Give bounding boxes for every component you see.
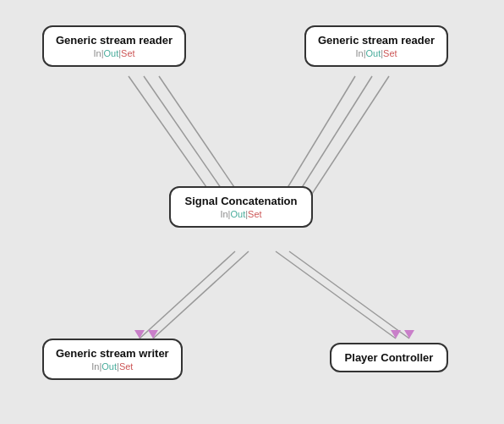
node-concat-ports: In|Out|Set: [183, 209, 299, 219]
svg-line-9: [289, 251, 409, 339]
node-writer[interactable]: Generic stream writer In|Out|Set: [42, 339, 183, 380]
svg-marker-16: [134, 330, 145, 339]
node-reader2[interactable]: Generic stream reader In|Out|Set: [304, 25, 448, 67]
node-player[interactable]: Player Controller: [330, 343, 448, 372]
svg-marker-17: [148, 330, 158, 339]
canvas: Generic stream reader In|Out|Set Generic…: [0, 0, 504, 424]
svg-marker-18: [391, 330, 401, 339]
node-reader2-title: Generic stream reader: [318, 34, 435, 47]
node-concat-title: Signal Concatenation: [183, 195, 299, 207]
node-reader2-ports: In|Out|Set: [318, 48, 435, 58]
svg-marker-19: [404, 330, 414, 339]
svg-line-7: [153, 251, 249, 339]
node-writer-ports: In|Out|Set: [56, 361, 169, 372]
node-reader1[interactable]: Generic stream reader In|Out|Set: [42, 25, 186, 67]
node-concat[interactable]: Signal Concatenation In|Out|Set: [169, 186, 313, 228]
node-reader1-title: Generic stream reader: [56, 34, 173, 47]
node-writer-title: Generic stream writer: [56, 347, 169, 360]
svg-line-6: [140, 251, 235, 339]
node-reader1-ports: In|Out|Set: [56, 48, 173, 58]
node-player-title: Player Controller: [343, 351, 435, 364]
svg-line-8: [276, 251, 396, 339]
